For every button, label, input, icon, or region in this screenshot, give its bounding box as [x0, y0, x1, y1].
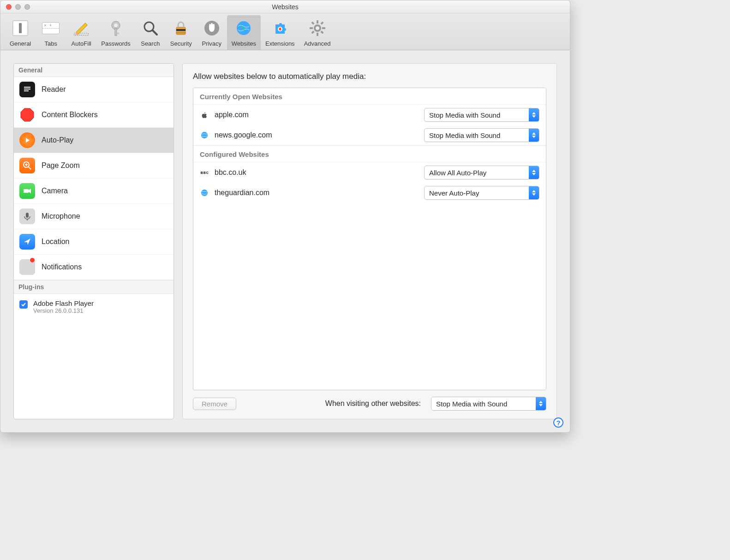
camera-icon — [19, 183, 35, 199]
stop-icon — [19, 107, 35, 123]
svg-rect-23 — [320, 30, 323, 34]
svg-rect-28 — [24, 89, 30, 89]
sidebar-item-location[interactable]: Location — [14, 229, 174, 255]
sidebar-item-camera[interactable]: Camera — [14, 179, 174, 204]
tab-advanced[interactable]: Advanced — [299, 15, 335, 50]
svg-rect-20 — [310, 27, 313, 29]
tab-websites[interactable]: Websites — [227, 15, 261, 50]
tabs-icon — [41, 18, 61, 38]
main-heading: Allow websites below to automatically pl… — [193, 72, 546, 81]
svg-marker-31 — [26, 138, 30, 143]
plugin-checkbox[interactable] — [19, 300, 28, 309]
site-setting-select[interactable]: Stop Media with Sound — [424, 128, 539, 142]
site-host: bbc.co.uk — [215, 168, 246, 177]
sidebar-item-content-blockers[interactable]: Content Blockers — [14, 102, 174, 128]
svg-marker-46 — [532, 170, 536, 172]
main-panel: Allow websites below to automatically pl… — [182, 63, 557, 419]
sidebar-item-label: Reader — [42, 85, 66, 94]
tab-general[interactable]: General — [5, 15, 36, 50]
section-configured-websites: Configured Websites — [193, 145, 546, 162]
lock-icon — [171, 18, 191, 38]
svg-marker-49 — [532, 190, 536, 192]
sidebar-item-label: Camera — [42, 187, 68, 195]
plugin-flash[interactable]: Adobe Flash Player Version 26.0.0.131 — [14, 294, 174, 320]
svg-point-43 — [201, 132, 208, 138]
sidebar-item-label: Auto-Play — [42, 136, 73, 144]
site-host: theguardian.com — [215, 189, 269, 197]
sidebar-header-general: General — [14, 64, 174, 77]
sidebar-item-page-zoom[interactable]: Page Zoom — [14, 153, 174, 179]
globe-favicon-icon — [200, 131, 209, 140]
tab-passwords[interactable]: Passwords — [96, 15, 135, 50]
sidebar: General Reader Content Blockers Auto-Pla… — [13, 63, 174, 419]
site-host: news.google.com — [215, 131, 272, 139]
tab-extensions[interactable]: Extensions — [261, 15, 299, 50]
window-title: Websites — [0, 3, 570, 11]
svg-marker-47 — [532, 173, 536, 175]
svg-rect-24 — [320, 21, 323, 24]
svg-rect-12 — [176, 32, 185, 34]
svg-point-48 — [201, 190, 208, 196]
plugin-version: Version 26.0.0.131 — [33, 307, 94, 314]
search-icon — [140, 18, 161, 38]
svg-rect-5 — [115, 28, 117, 36]
apple-icon — [200, 110, 209, 119]
reader-icon — [19, 82, 35, 97]
svg-rect-19 — [317, 33, 318, 36]
svg-marker-44 — [532, 132, 536, 135]
svg-line-33 — [29, 167, 31, 169]
site-setting-select[interactable]: Allow All Auto-Play — [424, 166, 539, 179]
location-icon — [19, 234, 35, 250]
svg-marker-50 — [532, 193, 536, 196]
globe-favicon-icon — [200, 188, 209, 197]
svg-marker-41 — [532, 112, 536, 114]
tab-privacy[interactable]: Privacy — [197, 15, 227, 50]
site-row[interactable]: news.google.com Stop Media with Sound — [193, 125, 546, 145]
plugin-name: Adobe Flash Player — [33, 299, 94, 307]
remove-button[interactable]: Remove — [193, 398, 236, 410]
globe-icon — [233, 18, 254, 38]
tab-search[interactable]: Search — [135, 15, 166, 50]
zoom-icon — [19, 158, 35, 173]
section-open-websites: Currently Open Websites — [193, 88, 546, 105]
site-host: apple.com — [215, 111, 249, 119]
svg-rect-25 — [311, 30, 314, 34]
sidebar-header-plugins: Plug-ins — [14, 280, 174, 294]
sidebar-item-microphone[interactable]: Microphone — [14, 204, 174, 229]
help-button[interactable]: ? — [553, 417, 563, 428]
site-row[interactable]: apple.com Stop Media with Sound — [193, 105, 546, 125]
svg-point-4 — [114, 24, 118, 27]
svg-marker-42 — [532, 115, 536, 118]
tab-tabs[interactable]: Tabs — [36, 15, 66, 50]
notification-badge-icon — [30, 257, 35, 263]
gear-icon — [307, 18, 328, 38]
site-row[interactable]: B B C bbc.co.uk Allow All Auto-Play — [193, 162, 546, 183]
sidebar-item-label: Content Blockers — [42, 111, 98, 119]
svg-rect-22 — [311, 21, 314, 24]
sidebar-item-reader[interactable]: Reader — [14, 77, 174, 102]
svg-rect-18 — [317, 20, 318, 24]
site-setting-select[interactable]: Stop Media with Sound — [424, 108, 539, 122]
sidebar-item-notifications[interactable]: Notifications — [14, 255, 174, 280]
stepper-arrows-icon — [529, 166, 539, 179]
sidebar-item-label: Microphone — [42, 212, 80, 220]
tab-security[interactable]: Security — [166, 15, 197, 50]
svg-line-8 — [153, 30, 157, 35]
default-setting-select[interactable]: Stop Media with Sound — [431, 397, 546, 411]
site-row[interactable]: theguardian.com Never Auto-Play — [193, 183, 546, 203]
microphone-icon — [19, 209, 35, 224]
sidebar-item-label: Notifications — [42, 263, 82, 271]
sidebar-item-auto-play[interactable]: Auto-Play — [14, 128, 174, 153]
tab-autofill[interactable]: AutoFill — [66, 15, 96, 50]
preferences-window: Websites General Tabs AutoFill Passwords… — [0, 0, 570, 433]
pencil-icon — [71, 18, 91, 38]
content-area: General Reader Content Blockers Auto-Pla… — [0, 50, 570, 432]
site-setting-select[interactable]: Never Auto-Play — [424, 186, 539, 200]
svg-marker-40 — [24, 238, 30, 245]
svg-rect-6 — [117, 33, 119, 34]
svg-marker-37 — [29, 189, 31, 193]
svg-rect-36 — [24, 189, 29, 193]
svg-rect-21 — [322, 27, 325, 29]
hand-icon — [202, 18, 222, 38]
svg-marker-30 — [21, 108, 34, 121]
